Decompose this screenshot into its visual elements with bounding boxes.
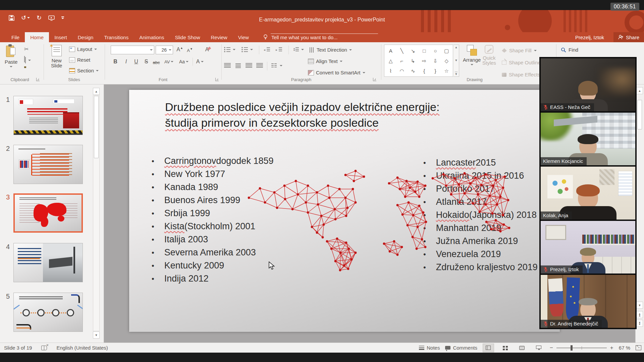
slide-number: 1 [6,96,10,104]
slide-thumbnail[interactable]: 3 [13,193,83,233]
undo-icon[interactable]: ↺ [21,15,30,21]
normal-view-icon [486,346,491,350]
zoom-slider-thumb[interactable] [571,345,573,351]
shape-icon[interactable]: } [434,68,436,73]
signed-in-user[interactable]: Prezelj, Iztok [575,35,604,40]
main-scroll-down-button[interactable]: ▼ [636,302,643,309]
ribbon-tab[interactable]: Transitions [99,32,134,42]
shape-icon[interactable]: ╲ [400,48,403,53]
participant-name: Klemen Kocjancic [543,158,583,164]
shape-icon[interactable]: □ [423,48,426,53]
tell-me-placeholder: Tell me what you want to do... [271,34,378,41]
start-slideshow-icon[interactable] [48,15,55,21]
language-indicator[interactable]: English (United States) [56,345,108,351]
slide-thumbnail-frame [13,193,83,233]
ribbon-tab[interactable]: Home [25,32,49,42]
notes-icon [419,346,424,350]
save-icon[interactable] [9,15,14,21]
panel-scroll-up-button[interactable]: ▲ [93,88,100,95]
shapes-gallery-scroll[interactable]: ▲▼▼ [453,45,459,77]
slideshow-view-button[interactable] [533,344,544,352]
shape-icon[interactable]: ↘ [411,48,415,53]
customize-qat-icon[interactable] [61,16,64,19]
window-title: E-armagedon_predstavitev projekta_v3 - P… [0,17,644,23]
ribbon-tab[interactable]: Insert [49,32,72,42]
shape-effects-button[interactable]: Shape Effects [502,72,545,77]
slide-sorter-view-button[interactable] [499,344,511,352]
participant-tile[interactable]: EASS - Neža Geč [541,58,635,111]
shape-icon[interactable]: ◇ [445,58,449,63]
slideshow-icon [536,346,541,349]
shape-icon[interactable]: ▢ [444,48,449,53]
ribbon-tab[interactable]: File [6,32,25,42]
zoom-level[interactable]: 67 % [619,345,630,351]
fit-slide-to-window-button[interactable] [636,345,641,350]
redo-icon[interactable]: ↻ [37,15,42,21]
slide-thumbnail[interactable]: 2 [13,145,83,184]
world-network-map [245,165,517,272]
next-slide-button[interactable]: ▼ ▼ [636,320,643,327]
shape-icon[interactable]: A [389,48,392,53]
quick-styles-button[interactable]: Quick Styles [482,45,496,66]
ribbon-tab[interactable]: Design [72,32,99,42]
zoom-in-button[interactable]: + [610,345,613,351]
arrange-icon [467,45,477,56]
slide-thumbnail[interactable]: 4 [13,243,83,282]
notes-toggle[interactable]: Notes [419,345,440,351]
participant-tile[interactable]: Prezelj, Iztok [541,221,635,274]
comments-toggle[interactable]: Comments [445,345,477,351]
reading-view-icon [519,346,525,350]
normal-view-button[interactable] [483,344,494,352]
muted-mic-icon [543,321,548,326]
shape-icon[interactable]: ↳ [411,58,415,63]
panel-scrollbar-thumb[interactable] [94,96,99,158]
zoom-slider[interactable] [556,348,607,348]
ribbon-tab[interactable]: Review [205,32,232,42]
panel-scroll-down-button[interactable]: ▼ [93,331,100,339]
shape-icon[interactable]: ⌐ [400,58,404,63]
main-scroll-up-button[interactable]: ▲ [636,87,643,94]
participant-tile[interactable]: Klemen Kocjancic [541,113,635,166]
share-button[interactable]: Share [613,32,644,42]
slide-thumbnail-panel: 1 2 3 4 5 [0,84,104,343]
shape-icon[interactable]: ⇩ [433,58,438,63]
participant-label: Kolak, Anja [541,212,572,220]
slide-thumbnail[interactable]: 1 [13,96,83,135]
arrange-button[interactable]: Arrange [463,45,481,65]
slide-number: 3 [6,193,10,201]
shape-icon[interactable]: ⌇ [389,68,392,73]
recording-timestamp: 00:36:51 [610,3,639,11]
participant-label: Klemen Kocjancic [541,157,587,165]
shape-fill-button[interactable]: Shape Fill [502,48,537,53]
main-scrollbar-thumb[interactable] [637,100,642,129]
shape-icon[interactable]: △ [389,58,393,63]
participant-tile[interactable]: Kolak, Anja [541,167,635,220]
ribbon-tab[interactable]: Animations [134,32,169,42]
slide-canvas[interactable]: Družbene posledice večjih izpadov elektr… [129,90,560,332]
participant-tile[interactable]: Dr. Andrej Benedejčič [541,275,635,328]
find-button[interactable]: Find [561,47,578,53]
shape-icon[interactable]: ☆ [444,68,449,73]
slide-thumbnail[interactable]: 5 [13,293,83,332]
zoom-out-button[interactable]: − [550,345,553,351]
shape-icon[interactable]: ⇨ [422,58,426,63]
ribbon-tab[interactable]: Slide Show [169,32,205,42]
slide-number: 4 [6,243,10,251]
ribbon-tab-row: FileHomeInsertDesignTransitionsAnimation… [0,32,644,42]
ribbon-tab[interactable]: View [233,32,254,42]
person-head [578,187,598,209]
shape-icon[interactable]: ○ [434,48,437,53]
proofing-status-icon[interactable] [41,346,47,350]
shape-icon[interactable]: { [423,68,425,73]
slide-thumbnail-frame [13,243,83,282]
participant-label: Prezelj, Iztok [541,265,583,274]
shape-fill-icon [502,48,507,53]
slide-sorter-icon [503,346,505,348]
tell-me-box[interactable]: Tell me what you want to do... [263,32,378,42]
shape-icon[interactable]: ∿ [411,68,415,73]
titlebar-decor [505,25,510,30]
reading-view-button[interactable] [516,344,528,352]
status-bar: Slide 3 of 19 English (United States) No… [0,343,644,353]
shape-icon[interactable]: ◠ [399,68,404,73]
previous-slide-button[interactable]: ▲ ▲ [636,311,643,318]
